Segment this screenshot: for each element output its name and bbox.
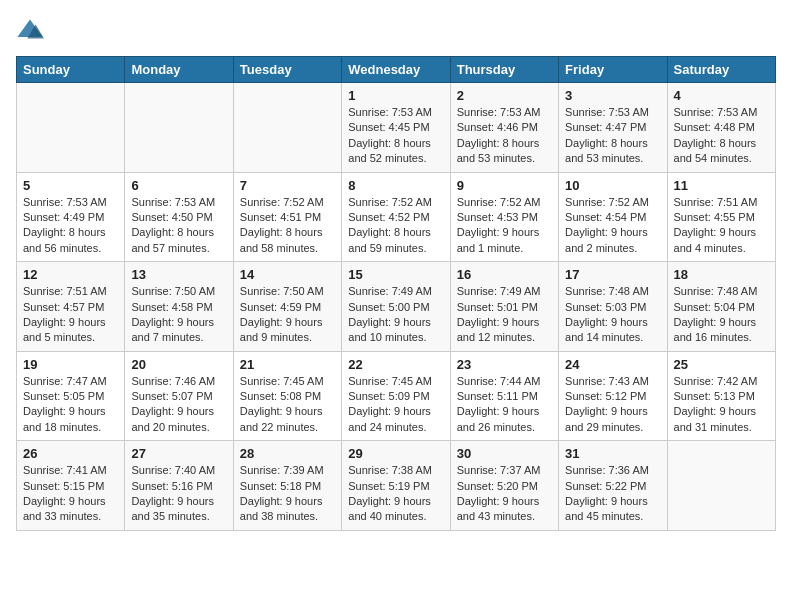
day-info: Sunrise: 7:50 AM Sunset: 4:58 PM Dayligh…	[131, 284, 226, 346]
day-info: Sunrise: 7:53 AM Sunset: 4:50 PM Dayligh…	[131, 195, 226, 257]
calendar-header-row: Sunday Monday Tuesday Wednesday Thursday…	[17, 57, 776, 83]
day-number: 5	[23, 178, 118, 193]
page-wrapper: Sunday Monday Tuesday Wednesday Thursday…	[16, 16, 776, 531]
table-row: 4Sunrise: 7:53 AM Sunset: 4:48 PM Daylig…	[667, 83, 775, 173]
table-row: 5Sunrise: 7:53 AM Sunset: 4:49 PM Daylig…	[17, 172, 125, 262]
table-row: 30Sunrise: 7:37 AM Sunset: 5:20 PM Dayli…	[450, 441, 558, 531]
day-number: 12	[23, 267, 118, 282]
table-row: 27Sunrise: 7:40 AM Sunset: 5:16 PM Dayli…	[125, 441, 233, 531]
day-info: Sunrise: 7:38 AM Sunset: 5:19 PM Dayligh…	[348, 463, 443, 525]
day-number: 13	[131, 267, 226, 282]
day-number: 15	[348, 267, 443, 282]
day-info: Sunrise: 7:46 AM Sunset: 5:07 PM Dayligh…	[131, 374, 226, 436]
day-number: 9	[457, 178, 552, 193]
day-number: 14	[240, 267, 335, 282]
day-number: 25	[674, 357, 769, 372]
day-number: 20	[131, 357, 226, 372]
day-number: 7	[240, 178, 335, 193]
table-row: 12Sunrise: 7:51 AM Sunset: 4:57 PM Dayli…	[17, 262, 125, 352]
table-row: 18Sunrise: 7:48 AM Sunset: 5:04 PM Dayli…	[667, 262, 775, 352]
day-info: Sunrise: 7:53 AM Sunset: 4:46 PM Dayligh…	[457, 105, 552, 167]
day-number: 24	[565, 357, 660, 372]
table-row: 13Sunrise: 7:50 AM Sunset: 4:58 PM Dayli…	[125, 262, 233, 352]
col-friday: Friday	[559, 57, 667, 83]
day-info: Sunrise: 7:53 AM Sunset: 4:47 PM Dayligh…	[565, 105, 660, 167]
table-row: 21Sunrise: 7:45 AM Sunset: 5:08 PM Dayli…	[233, 351, 341, 441]
col-wednesday: Wednesday	[342, 57, 450, 83]
calendar-week-row: 19Sunrise: 7:47 AM Sunset: 5:05 PM Dayli…	[17, 351, 776, 441]
day-number: 18	[674, 267, 769, 282]
table-row	[667, 441, 775, 531]
table-row: 22Sunrise: 7:45 AM Sunset: 5:09 PM Dayli…	[342, 351, 450, 441]
day-info: Sunrise: 7:44 AM Sunset: 5:11 PM Dayligh…	[457, 374, 552, 436]
table-row: 1Sunrise: 7:53 AM Sunset: 4:45 PM Daylig…	[342, 83, 450, 173]
day-info: Sunrise: 7:53 AM Sunset: 4:49 PM Dayligh…	[23, 195, 118, 257]
day-number: 27	[131, 446, 226, 461]
table-row	[17, 83, 125, 173]
table-row: 20Sunrise: 7:46 AM Sunset: 5:07 PM Dayli…	[125, 351, 233, 441]
day-info: Sunrise: 7:45 AM Sunset: 5:09 PM Dayligh…	[348, 374, 443, 436]
calendar-week-row: 26Sunrise: 7:41 AM Sunset: 5:15 PM Dayli…	[17, 441, 776, 531]
col-saturday: Saturday	[667, 57, 775, 83]
table-row: 2Sunrise: 7:53 AM Sunset: 4:46 PM Daylig…	[450, 83, 558, 173]
calendar-week-row: 1Sunrise: 7:53 AM Sunset: 4:45 PM Daylig…	[17, 83, 776, 173]
table-row: 25Sunrise: 7:42 AM Sunset: 5:13 PM Dayli…	[667, 351, 775, 441]
day-info: Sunrise: 7:42 AM Sunset: 5:13 PM Dayligh…	[674, 374, 769, 436]
day-number: 3	[565, 88, 660, 103]
day-number: 23	[457, 357, 552, 372]
day-number: 1	[348, 88, 443, 103]
day-number: 31	[565, 446, 660, 461]
day-info: Sunrise: 7:37 AM Sunset: 5:20 PM Dayligh…	[457, 463, 552, 525]
day-info: Sunrise: 7:36 AM Sunset: 5:22 PM Dayligh…	[565, 463, 660, 525]
day-number: 4	[674, 88, 769, 103]
day-number: 8	[348, 178, 443, 193]
day-number: 28	[240, 446, 335, 461]
day-info: Sunrise: 7:51 AM Sunset: 4:57 PM Dayligh…	[23, 284, 118, 346]
day-info: Sunrise: 7:39 AM Sunset: 5:18 PM Dayligh…	[240, 463, 335, 525]
calendar-week-row: 5Sunrise: 7:53 AM Sunset: 4:49 PM Daylig…	[17, 172, 776, 262]
day-number: 11	[674, 178, 769, 193]
table-row: 28Sunrise: 7:39 AM Sunset: 5:18 PM Dayli…	[233, 441, 341, 531]
table-row: 24Sunrise: 7:43 AM Sunset: 5:12 PM Dayli…	[559, 351, 667, 441]
table-row: 6Sunrise: 7:53 AM Sunset: 4:50 PM Daylig…	[125, 172, 233, 262]
table-row: 14Sunrise: 7:50 AM Sunset: 4:59 PM Dayli…	[233, 262, 341, 352]
day-info: Sunrise: 7:48 AM Sunset: 5:03 PM Dayligh…	[565, 284, 660, 346]
day-info: Sunrise: 7:52 AM Sunset: 4:54 PM Dayligh…	[565, 195, 660, 257]
table-row: 31Sunrise: 7:36 AM Sunset: 5:22 PM Dayli…	[559, 441, 667, 531]
day-info: Sunrise: 7:51 AM Sunset: 4:55 PM Dayligh…	[674, 195, 769, 257]
col-thursday: Thursday	[450, 57, 558, 83]
col-monday: Monday	[125, 57, 233, 83]
day-number: 6	[131, 178, 226, 193]
day-number: 2	[457, 88, 552, 103]
day-info: Sunrise: 7:45 AM Sunset: 5:08 PM Dayligh…	[240, 374, 335, 436]
table-row: 23Sunrise: 7:44 AM Sunset: 5:11 PM Dayli…	[450, 351, 558, 441]
col-tuesday: Tuesday	[233, 57, 341, 83]
table-row: 16Sunrise: 7:49 AM Sunset: 5:01 PM Dayli…	[450, 262, 558, 352]
table-row	[125, 83, 233, 173]
table-row: 19Sunrise: 7:47 AM Sunset: 5:05 PM Dayli…	[17, 351, 125, 441]
day-number: 29	[348, 446, 443, 461]
table-row: 3Sunrise: 7:53 AM Sunset: 4:47 PM Daylig…	[559, 83, 667, 173]
table-row: 9Sunrise: 7:52 AM Sunset: 4:53 PM Daylig…	[450, 172, 558, 262]
day-info: Sunrise: 7:50 AM Sunset: 4:59 PM Dayligh…	[240, 284, 335, 346]
logo-icon	[16, 16, 44, 44]
day-info: Sunrise: 7:48 AM Sunset: 5:04 PM Dayligh…	[674, 284, 769, 346]
day-number: 22	[348, 357, 443, 372]
calendar-table: Sunday Monday Tuesday Wednesday Thursday…	[16, 56, 776, 531]
day-info: Sunrise: 7:40 AM Sunset: 5:16 PM Dayligh…	[131, 463, 226, 525]
day-number: 10	[565, 178, 660, 193]
table-row: 10Sunrise: 7:52 AM Sunset: 4:54 PM Dayli…	[559, 172, 667, 262]
table-row: 8Sunrise: 7:52 AM Sunset: 4:52 PM Daylig…	[342, 172, 450, 262]
col-sunday: Sunday	[17, 57, 125, 83]
day-number: 26	[23, 446, 118, 461]
day-info: Sunrise: 7:52 AM Sunset: 4:52 PM Dayligh…	[348, 195, 443, 257]
header	[16, 16, 776, 44]
day-info: Sunrise: 7:52 AM Sunset: 4:51 PM Dayligh…	[240, 195, 335, 257]
table-row	[233, 83, 341, 173]
day-info: Sunrise: 7:41 AM Sunset: 5:15 PM Dayligh…	[23, 463, 118, 525]
day-info: Sunrise: 7:43 AM Sunset: 5:12 PM Dayligh…	[565, 374, 660, 436]
day-info: Sunrise: 7:49 AM Sunset: 5:00 PM Dayligh…	[348, 284, 443, 346]
table-row: 15Sunrise: 7:49 AM Sunset: 5:00 PM Dayli…	[342, 262, 450, 352]
day-number: 17	[565, 267, 660, 282]
table-row: 11Sunrise: 7:51 AM Sunset: 4:55 PM Dayli…	[667, 172, 775, 262]
